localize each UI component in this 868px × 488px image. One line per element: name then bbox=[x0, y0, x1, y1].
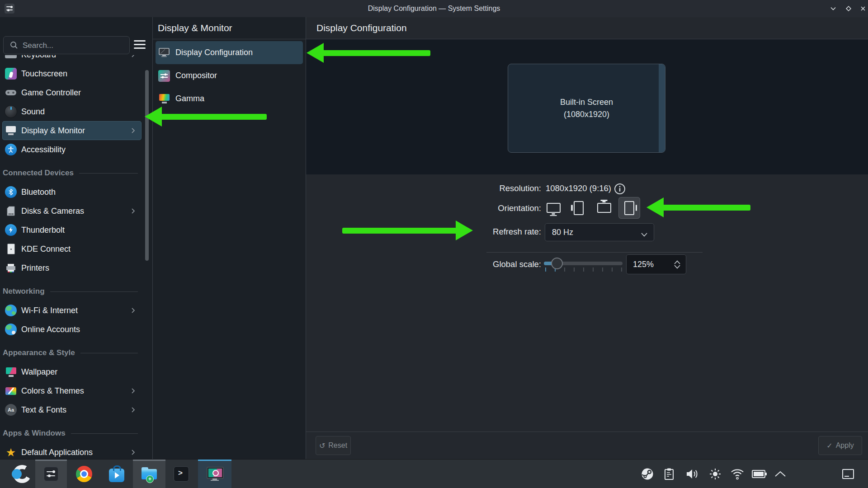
taskbar-spectacle[interactable] bbox=[198, 460, 231, 488]
sidebar-item-keyboard[interactable]: Keyboard bbox=[2, 55, 142, 64]
resolution-value: 488x868 (9:16) bbox=[546, 183, 611, 193]
chevron-right-icon bbox=[130, 307, 136, 315]
disks-cameras-icon bbox=[5, 205, 17, 217]
sidebar: Keyboard Touchscreen Game Controller Sou… bbox=[0, 17, 152, 459]
chevron-right-icon bbox=[130, 55, 136, 60]
subcategory-item-gamma[interactable]: Gamma bbox=[156, 87, 303, 110]
sidebar-item-kde-connect[interactable]: KDE Connect bbox=[2, 239, 142, 258]
compositor-icon bbox=[158, 70, 170, 82]
accessibility-icon bbox=[5, 144, 17, 155]
orientation-portrait-right-button[interactable] bbox=[618, 197, 640, 219]
portrait-left-icon bbox=[574, 201, 584, 215]
app-launcher-button[interactable] bbox=[13, 460, 32, 488]
sidebar-list: Keyboard Touchscreen Game Controller Sou… bbox=[0, 55, 144, 476]
global-scale-value: 125% bbox=[633, 255, 654, 274]
sidebar-item-wallpaper[interactable]: Wallpaper bbox=[2, 362, 142, 381]
touchscreen-icon bbox=[5, 68, 17, 80]
wifi-internet-globe-icon bbox=[5, 305, 17, 316]
sidebar-item-disks-cameras[interactable]: Disks & Cameras bbox=[2, 202, 142, 221]
chevron-right-icon bbox=[130, 449, 136, 457]
monitor-preview[interactable]: Built-in Screen (488x868) bbox=[508, 64, 665, 153]
chrome-icon bbox=[76, 466, 92, 482]
sidebar-item-display-monitor[interactable]: Display & Monitor bbox=[2, 121, 142, 140]
sidebar-section-apps-windows: Apps & Windows bbox=[0, 419, 144, 443]
sidebar-section-networking: Networking bbox=[0, 277, 144, 301]
landscape-flipped-icon bbox=[597, 203, 611, 213]
refresh-rate-value: 80 Hz bbox=[552, 224, 573, 241]
orientation-landscape-button[interactable] bbox=[542, 197, 564, 219]
slider-tick bbox=[564, 267, 565, 272]
taskbar-chrome[interactable] bbox=[74, 460, 94, 488]
sidebar-item-printers[interactable]: Printers bbox=[2, 258, 142, 277]
tray-expander-chevron-up-icon[interactable] bbox=[774, 470, 786, 478]
panel-divider bbox=[152, 17, 153, 459]
sidebar-item-accessibility[interactable]: Accessibility bbox=[2, 140, 142, 159]
folder-icon: + bbox=[141, 467, 158, 481]
orientation-portrait-left-button[interactable] bbox=[568, 197, 590, 219]
colors-themes-icon bbox=[5, 385, 17, 397]
gamma-icon bbox=[158, 93, 170, 105]
slider-tick bbox=[621, 267, 622, 272]
orientation-landscape-flipped-button[interactable] bbox=[593, 197, 615, 219]
slider-tick bbox=[545, 267, 546, 272]
spin-down-icon[interactable] bbox=[674, 263, 680, 271]
printers-icon bbox=[5, 262, 17, 274]
menu-hamburger-button[interactable] bbox=[134, 39, 146, 50]
maximize-button[interactable] bbox=[845, 5, 852, 12]
terminal-icon bbox=[174, 466, 189, 482]
text-fonts-icon bbox=[5, 404, 17, 416]
sidebar-item-game-controller[interactable]: Game Controller bbox=[2, 83, 142, 102]
volume-tray-icon[interactable] bbox=[685, 468, 699, 480]
portrait-right-icon bbox=[624, 201, 634, 215]
orientation-label: Orientation: bbox=[392, 203, 541, 213]
sidebar-item-colors-themes[interactable]: Colors & Themes bbox=[2, 381, 142, 400]
global-scale-slider-handle[interactable] bbox=[551, 258, 563, 269]
launcher-icon bbox=[13, 465, 31, 483]
chevron-down-icon bbox=[641, 230, 647, 239]
minimize-button[interactable] bbox=[830, 5, 837, 12]
subcategory-item-compositor[interactable]: Compositor bbox=[156, 64, 303, 87]
panel-divider bbox=[306, 17, 306, 459]
header-divider bbox=[153, 39, 868, 39]
apply-button[interactable]: ✓ Apply bbox=[818, 436, 862, 455]
global-scale-spinbox[interactable]: 125% bbox=[626, 254, 686, 274]
sidebar-scrollbar[interactable] bbox=[145, 70, 149, 261]
sidebar-section-connected-devices: Connected Devices bbox=[0, 159, 144, 183]
taskbar-file-manager[interactable]: + bbox=[133, 460, 165, 488]
taskbar-discover[interactable] bbox=[107, 460, 127, 488]
slider-tick bbox=[602, 267, 603, 272]
slider-tick bbox=[583, 267, 584, 272]
sidebar-item-text-fonts[interactable]: Text & Fonts bbox=[2, 400, 142, 419]
search-icon bbox=[10, 41, 18, 51]
slider-tick bbox=[612, 267, 613, 272]
sound-icon bbox=[5, 106, 17, 117]
kde-connect-icon bbox=[5, 243, 17, 255]
taskbar-konsole[interactable] bbox=[172, 460, 191, 488]
reset-button[interactable]: ↺ Reset bbox=[316, 436, 351, 455]
battery-tray-icon[interactable] bbox=[752, 469, 767, 479]
clipboard-tray-icon[interactable] bbox=[664, 468, 675, 480]
slider-tick bbox=[593, 267, 594, 272]
thunderbolt-icon bbox=[5, 224, 17, 236]
sidebar-item-sound[interactable]: Sound bbox=[2, 102, 142, 121]
refresh-rate-dropdown[interactable]: 80 Hz bbox=[545, 223, 654, 241]
brightness-tray-icon[interactable] bbox=[709, 468, 722, 480]
close-button[interactable] bbox=[859, 5, 867, 12]
sidebar-item-thunderbolt[interactable]: Thunderbolt bbox=[2, 221, 142, 239]
apply-check-icon: ✓ bbox=[826, 441, 832, 450]
show-desktop-icon[interactable] bbox=[842, 469, 854, 479]
page-title: Display Configuration bbox=[316, 17, 407, 39]
search-box[interactable] bbox=[3, 36, 130, 54]
info-icon[interactable] bbox=[614, 183, 626, 195]
resolution-label: Resolution: bbox=[392, 183, 541, 193]
steam-tray-icon[interactable] bbox=[641, 468, 654, 480]
subcategory-item-display-configuration[interactable]: Display Configuration bbox=[156, 41, 303, 64]
sidebar-item-wifi-internet[interactable]: Wi-Fi & Internet bbox=[2, 301, 142, 320]
taskbar-system-settings[interactable] bbox=[35, 460, 67, 488]
display-monitor-icon bbox=[5, 125, 17, 136]
sidebar-item-online-accounts[interactable]: Online Accounts bbox=[2, 320, 142, 339]
sidebar-item-touchscreen[interactable]: Touchscreen bbox=[2, 64, 142, 83]
search-input[interactable] bbox=[22, 37, 125, 55]
sidebar-item-bluetooth[interactable]: Bluetooth bbox=[2, 183, 142, 202]
wifi-tray-icon[interactable] bbox=[730, 468, 745, 480]
